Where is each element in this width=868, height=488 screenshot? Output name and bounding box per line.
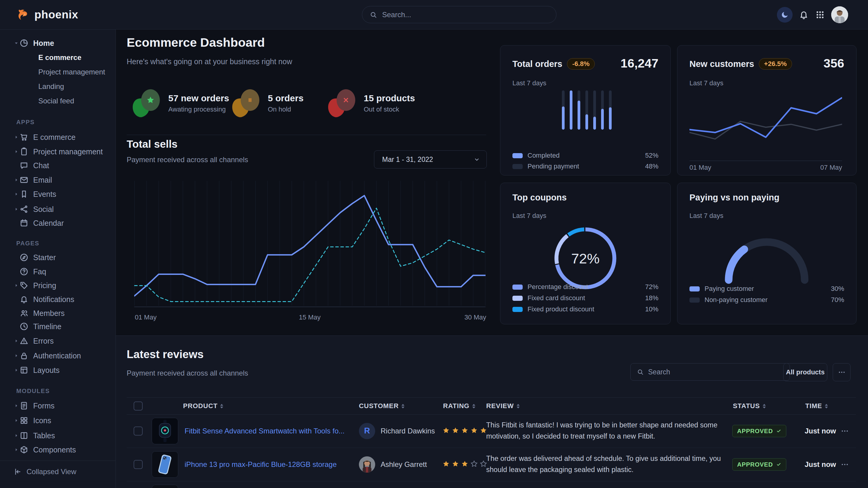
sidebar-item-members[interactable]: Members [0, 306, 116, 320]
product-thumbnail[interactable] [152, 418, 178, 444]
sidebar-footer[interactable]: Collapsed View [0, 461, 116, 488]
bell-icon [799, 10, 809, 20]
collapse-icon [13, 467, 22, 476]
x-icon [328, 89, 356, 117]
table-row: Fitbit Sense Advanced Smartwatch with To… [127, 414, 856, 448]
sidebar-item-label: Notifications [33, 295, 74, 304]
legend-swatch [513, 307, 523, 312]
total-sells-title: Total sells [127, 138, 178, 150]
sidebar-item-authentication[interactable]: Authentication [0, 349, 116, 363]
sidebar-item-label: Tables [33, 431, 55, 440]
brand-logo[interactable]: phoenix [16, 8, 78, 22]
stat-on-hold: 5 orders On hold [232, 89, 303, 117]
column-header-product[interactable]: PRODUCT [183, 402, 223, 410]
global-search-input[interactable] [381, 10, 549, 19]
all-products-button[interactable]: All products [783, 363, 827, 381]
sidebar-item-social[interactable]: Social [0, 202, 116, 217]
notifications-button[interactable] [799, 10, 809, 20]
row-menu-button[interactable] [840, 426, 849, 435]
star-icon [452, 426, 459, 435]
question-icon [19, 267, 29, 276]
column-header-status[interactable]: STATUS [733, 402, 766, 410]
legend-label: Non-paying customer [705, 296, 768, 304]
reviews-search[interactable] [630, 363, 790, 381]
row-checkbox[interactable] [134, 460, 143, 469]
sidebar-item-notifications[interactable]: Notifications [0, 292, 116, 306]
product-thumbnail[interactable] [152, 485, 178, 488]
review-time: Just now [805, 460, 836, 469]
product-thumbnail[interactable] [152, 451, 178, 478]
sidebar-item-layouts[interactable]: Layouts [0, 363, 116, 378]
row-menu-button[interactable] [840, 460, 849, 469]
sidebar-item-icons[interactable]: Icons [0, 413, 116, 428]
reviews-search-input[interactable] [648, 368, 783, 377]
phoenix-flame-icon [16, 8, 30, 22]
sidebar-item-project-management[interactable]: Project management [0, 144, 116, 159]
stat-subtitle: Out of stock [364, 105, 415, 113]
brand-name: phoenix [34, 8, 78, 21]
sidebar-item-timeline[interactable]: Timeline [0, 319, 116, 334]
sidebar-item-starter[interactable]: Starter [0, 250, 116, 265]
date-range-select[interactable]: Mar 1 - 31, 2022 [374, 151, 487, 168]
apps-menu-button[interactable] [815, 10, 825, 20]
sidebar-item-label: Project management [33, 148, 103, 156]
sidebar-item-events[interactable]: Events [0, 187, 116, 201]
theme-toggle-button[interactable] [777, 7, 793, 23]
stat-awating-processing: 57 new orders Awating processing [133, 89, 229, 117]
row-checkbox[interactable] [134, 426, 143, 435]
column-header-time[interactable]: TIME [805, 402, 828, 410]
select-all-checkbox[interactable] [134, 401, 143, 411]
sidebar-item-label: Errors [33, 337, 54, 346]
customer-cell [359, 456, 375, 473]
column-header-customer[interactable]: CUSTOMER [359, 402, 404, 410]
stat-subtitle: On hold [268, 105, 303, 113]
sidebar-item-e-commerce[interactable]: E commerce [0, 50, 116, 65]
sidebar-item-label: Events [33, 190, 56, 199]
column-header-review[interactable]: REVIEW [486, 402, 520, 410]
sidebar-item-components[interactable]: Components [0, 443, 116, 457]
email-icon [19, 175, 29, 185]
paying-gauge-chart [721, 236, 812, 284]
stat-subtitle: Awating processing [168, 105, 229, 113]
sidebar-item-calendar[interactable]: Calendar [0, 216, 116, 230]
sidebar-item-pricing[interactable]: Pricing [0, 278, 116, 293]
sidebar-item-project-management[interactable]: Project management [0, 65, 116, 79]
form-icon [19, 401, 29, 411]
sidebar-item-email[interactable]: Email [0, 173, 116, 187]
axis-tick-01may: 01 May [135, 314, 157, 321]
sidebar-item-forms[interactable]: Forms [0, 398, 116, 413]
sidebar-item-social-feed[interactable]: Social feed [0, 94, 116, 108]
clipboard-icon [19, 147, 29, 157]
global-search[interactable] [362, 6, 556, 23]
sidebar-item-faq[interactable]: Faq [0, 264, 116, 279]
top-coupons-title: Top coupons [513, 193, 567, 202]
sidebar-item-label: E commerce [38, 53, 82, 62]
star-icon [461, 460, 469, 469]
table-row [127, 481, 856, 488]
reviews-more-button[interactable] [833, 363, 850, 381]
legend-item-pending-payment: Pending payment 48% [513, 162, 658, 170]
caret-right-icon [13, 206, 19, 212]
sidebar-item-errors[interactable]: Errors [0, 334, 116, 348]
product-link[interactable]: Fitbit Sense Advanced Smartwatch with To… [185, 427, 344, 435]
sidebar-item-label: Social [33, 205, 54, 214]
sidebar-item-chat[interactable]: Chat [0, 158, 116, 173]
sidebar-item-label: Forms [33, 401, 55, 410]
new-customers-card: New customers +26.5% Last 7 days 356 01 … [677, 45, 857, 175]
caret-right-icon [13, 367, 19, 373]
sidebar-item-label: Calendar [33, 219, 64, 228]
sidebar-item-label: Members [33, 309, 65, 318]
legend-item-non-paying-customer: Non-paying customer 70% [689, 296, 844, 304]
sidebar-item-landing[interactable]: Landing [0, 79, 116, 94]
column-header-rating[interactable]: RATING [443, 402, 475, 410]
user-avatar[interactable] [831, 6, 848, 23]
rating-stars [442, 460, 487, 469]
product-link[interactable]: iPhone 13 pro max-Pacific Blue-128GB sto… [185, 460, 337, 469]
reviews-title: Latest reviews [127, 348, 204, 361]
sidebar-item-label: Layouts [33, 366, 60, 375]
star-icon [470, 426, 478, 435]
sidebar-item-home[interactable]: Home [0, 36, 116, 50]
sidebar-item-tables[interactable]: Tables [0, 428, 116, 443]
sidebar-item-e-commerce[interactable]: E commerce [0, 130, 116, 144]
total-orders-value: 16,247 [621, 56, 658, 70]
